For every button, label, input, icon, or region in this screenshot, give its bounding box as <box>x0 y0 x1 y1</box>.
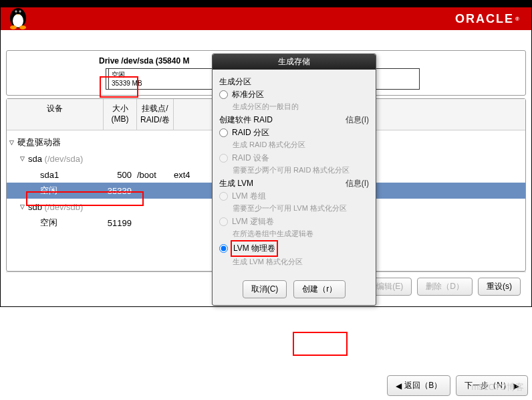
triangle-down-icon[interactable]: ▽ <box>9 139 17 146</box>
col-mount[interactable]: 挂载点/ RAID/卷 <box>137 99 174 130</box>
section-raid: 创建软件 RAID信息(I) <box>219 114 369 126</box>
radio-lvm-pv[interactable]: LVM 物理卷 <box>219 241 369 256</box>
oracle-logo: ORACLE® <box>455 12 521 26</box>
tux-icon <box>3 1 33 30</box>
nav-buttons: ◀返回（B） 下一步（N）▶ <box>387 375 528 396</box>
hint: 生成 LVM 格式化分区 <box>233 257 369 267</box>
svg-point-6 <box>10 25 17 29</box>
svg-point-5 <box>19 11 20 11</box>
dialog-title: 生成存储 <box>213 54 376 70</box>
radio-lvm-vg: LVM 卷组 <box>219 191 369 202</box>
cancel-button[interactable]: 取消(C) <box>243 280 287 298</box>
next-button[interactable]: 下一步（N）▶ <box>456 375 528 396</box>
hint: 需要至少两个可用 RAID 格式化分区 <box>233 165 369 175</box>
dialog-buttons: 取消(C) 创建（r） <box>213 274 376 305</box>
highlight-box <box>100 76 138 98</box>
info-link[interactable]: 信息(I) <box>346 114 369 126</box>
highlight-box <box>26 191 144 206</box>
radio-lvm-lv: LVM 逻辑卷 <box>219 216 369 227</box>
hint: 需要至少一个可用 LVM 格式化分区 <box>233 203 369 213</box>
reset-button[interactable]: 重设(s) <box>478 278 521 296</box>
col-size[interactable]: 大小 (MB) <box>104 99 137 130</box>
section-lvm: 生成 LVM信息(I) <box>219 178 369 189</box>
titlebar <box>1 1 531 7</box>
svg-point-4 <box>15 11 16 11</box>
col-device[interactable]: 设备 <box>7 99 104 130</box>
svg-point-7 <box>19 25 26 29</box>
arrow-right-icon: ▶ <box>513 381 519 391</box>
hint: 生成分区的一般目的 <box>233 102 369 112</box>
highlight-box <box>231 240 278 257</box>
delete-button: 删除（D） <box>417 278 473 296</box>
dialog-body: 生成分区 标准分区 生成分区的一般目的 创建软件 RAID信息(I) RAID … <box>213 70 376 274</box>
section-partition: 生成分区 <box>219 76 369 88</box>
dialog-create-button[interactable]: 创建（r） <box>293 280 346 298</box>
arrow-left-icon: ◀ <box>396 381 402 391</box>
radio-raid-device: RAID 设备 <box>219 153 369 164</box>
highlight-box <box>293 332 348 356</box>
back-button[interactable]: ◀返回（B） <box>387 375 450 396</box>
hint: 生成 RAID 格式化分区 <box>233 140 369 150</box>
radio-raid-partition[interactable]: RAID 分区 <box>219 127 369 138</box>
radio-standard-partition[interactable]: 标准分区 <box>219 89 369 100</box>
create-storage-dialog: 生成存储 生成分区 标准分区 生成分区的一般目的 创建软件 RAID信息(I) … <box>212 54 376 306</box>
info-link[interactable]: 信息(I) <box>346 178 369 189</box>
svg-point-1 <box>13 14 23 27</box>
hint: 在所选卷组中生成逻辑卷 <box>233 229 369 239</box>
triangle-down-icon[interactable]: ▽ <box>20 155 28 162</box>
header: ORACLE® <box>1 7 531 30</box>
